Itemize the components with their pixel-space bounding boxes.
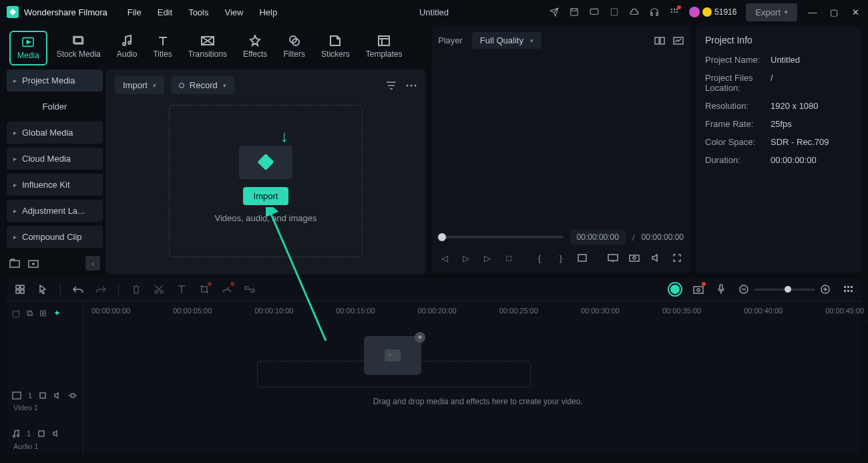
grid-icon[interactable] — [15, 284, 25, 295]
headphones-icon[interactable] — [649, 7, 660, 17]
mic-icon[interactable] — [716, 284, 726, 295]
sidebar-global-media[interactable]: ▸Global Media — [7, 122, 103, 144]
tab-media[interactable]: Media — [9, 31, 47, 65]
next-frame-icon[interactable]: ▷ — [482, 253, 493, 263]
timeline-toolbar — [7, 278, 861, 301]
svg-point-38 — [155, 291, 158, 293]
sidebar-influence-kit[interactable]: ▸Influence Kit — [7, 174, 103, 196]
ai-button[interactable] — [669, 283, 681, 295]
sidebar-cloud-media[interactable]: ▸Cloud Media — [7, 148, 103, 170]
collapse-sidebar-button[interactable]: ‹ — [85, 256, 100, 271]
svg-rect-47 — [851, 286, 853, 288]
zoom-in-icon[interactable] — [820, 284, 831, 295]
cloud-icon[interactable] — [629, 7, 640, 17]
tab-filters[interactable]: Filters — [276, 31, 312, 65]
menu-edit[interactable]: Edit — [158, 7, 172, 17]
prev-frame-icon[interactable]: ◁ — [439, 253, 450, 263]
send-icon[interactable] — [549, 7, 560, 17]
tab-audio[interactable]: Audio — [110, 31, 144, 65]
menu-tools[interactable]: Tools — [188, 7, 208, 17]
tab-templates[interactable]: Templates — [359, 31, 409, 65]
scopes-icon[interactable] — [673, 35, 684, 46]
speed-icon[interactable] — [222, 284, 232, 295]
placeholder-clip[interactable] — [364, 336, 421, 375]
mode-1-icon[interactable]: ▢ — [12, 308, 20, 319]
mark-out-icon[interactable]: } — [556, 253, 566, 263]
quality-selector[interactable]: Full Quality▾ — [472, 32, 541, 49]
more-icon[interactable] — [406, 80, 417, 91]
media-panel: Media Stock Media Audio Titles Transitio… — [7, 27, 426, 273]
audio-track-header[interactable]: 1 — [12, 425, 77, 442]
snapshot-icon[interactable] — [629, 253, 640, 263]
sidebar-project-media[interactable]: ▸Project Media — [7, 69, 103, 92]
svg-point-9 — [671, 11, 672, 13]
mode-2-icon[interactable]: ⧉ — [27, 308, 33, 319]
svg-rect-48 — [844, 290, 846, 292]
aspect-icon[interactable] — [577, 253, 588, 263]
account-coins[interactable]: 51916 — [689, 7, 736, 17]
new-folder-icon[interactable] — [28, 258, 39, 269]
stop-icon[interactable]: □ — [503, 253, 514, 263]
redo-icon[interactable] — [95, 284, 106, 295]
apps-icon[interactable] — [669, 7, 680, 17]
import-dropdown[interactable]: Import▾ — [115, 76, 164, 94]
svg-point-16 — [123, 43, 126, 45]
menu-file[interactable]: File — [128, 7, 142, 17]
minimize-button[interactable]: — — [807, 7, 819, 17]
delete-icon[interactable] — [131, 284, 142, 295]
screen-icon[interactable] — [589, 7, 600, 17]
mark-in-icon[interactable]: { — [534, 253, 545, 263]
save-icon[interactable] — [569, 7, 580, 17]
zoom-out-icon[interactable] — [738, 284, 749, 295]
tab-titles[interactable]: Titles — [146, 31, 178, 65]
link-icon[interactable] — [244, 284, 255, 295]
fullscreen-icon[interactable] — [672, 253, 682, 263]
cut-icon[interactable] — [154, 284, 164, 295]
svg-point-11 — [676, 11, 678, 13]
volume-icon[interactable] — [650, 253, 661, 263]
timeline-options-icon[interactable] — [843, 284, 853, 295]
compare-icon[interactable] — [654, 35, 665, 46]
tab-stickers[interactable]: Stickers — [314, 31, 357, 65]
filter-icon[interactable] — [386, 80, 397, 91]
menu-view[interactable]: View — [224, 7, 243, 17]
tab-effects[interactable]: Effects — [236, 31, 274, 65]
svg-point-53 — [71, 394, 75, 398]
camera-ai-icon[interactable] — [693, 284, 704, 295]
svg-rect-35 — [21, 285, 24, 289]
tab-stock-media[interactable]: Stock Media — [50, 31, 107, 65]
player-label: Player — [438, 35, 463, 45]
svg-marker-0 — [9, 9, 16, 15]
import-dropzone[interactable]: ↓ Import Videos, audio, and images — [169, 105, 363, 257]
mode-3-icon[interactable]: ⊞ — [39, 308, 47, 319]
svg-rect-45 — [844, 286, 846, 288]
player-viewport[interactable] — [438, 49, 684, 226]
text-tool-icon[interactable] — [176, 284, 187, 295]
track-headers: ▢ ⧉ ⊞ ✦ 1 Video 1 1 Audio 1 — [7, 301, 83, 454]
video-track-header[interactable]: 1 — [12, 388, 77, 404]
menu-help[interactable]: Help — [259, 7, 277, 17]
close-button[interactable]: ✕ — [849, 7, 861, 17]
svg-rect-3 — [611, 9, 617, 16]
device-icon[interactable] — [609, 7, 620, 17]
tab-transitions[interactable]: Transitions — [182, 31, 234, 65]
new-bin-icon[interactable] — [9, 258, 20, 269]
export-button[interactable]: Export▾ — [746, 3, 797, 21]
sidebar-folder[interactable]: Folder — [7, 96, 103, 118]
scrub-bar[interactable] — [438, 236, 564, 239]
maximize-button[interactable]: ▢ — [828, 7, 840, 17]
mode-4-icon[interactable]: ✦ — [53, 308, 61, 319]
crop-icon[interactable] — [199, 284, 210, 295]
display-icon[interactable] — [608, 253, 618, 263]
pointer-icon[interactable] — [37, 284, 48, 295]
time-ruler[interactable]: 00:00:00:0000:00:05:0000:00:10:0000:00:1… — [83, 301, 868, 321]
sidebar-compound-clip[interactable]: ▸Compound Clip — [7, 226, 103, 248]
svg-rect-27 — [655, 37, 659, 44]
record-dropdown[interactable]: Record▾ — [171, 76, 234, 94]
timeline-tracks[interactable]: 00:00:00:0000:00:05:0000:00:10:0000:00:1… — [83, 301, 868, 454]
undo-icon[interactable] — [73, 284, 83, 295]
sidebar-adjustment-layer[interactable]: ▸Adjustment La... — [7, 200, 103, 222]
import-button[interactable]: Import — [243, 187, 289, 205]
play-icon[interactable]: ▷ — [461, 253, 471, 263]
zoom-slider[interactable] — [754, 289, 815, 291]
